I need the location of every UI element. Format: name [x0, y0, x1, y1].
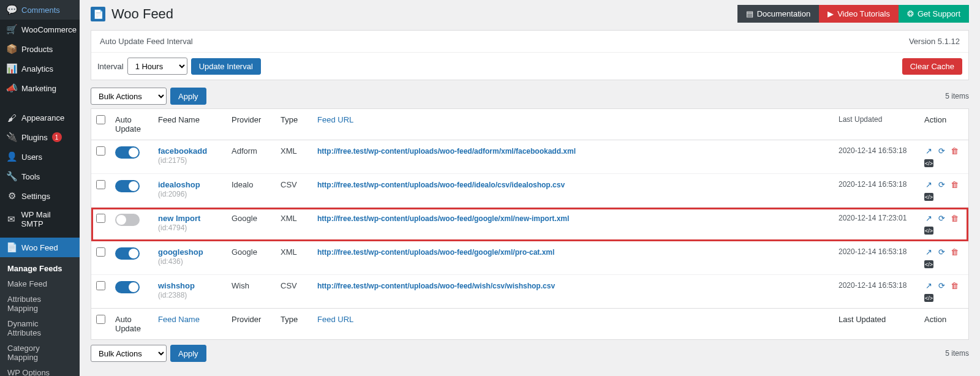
code-icon[interactable]: </>	[924, 260, 933, 268]
refresh-icon[interactable]: ⟳	[937, 214, 946, 223]
code-icon[interactable]: </>	[924, 294, 933, 302]
auto-update-toggle[interactable]	[115, 146, 140, 159]
sidebar-item-plugins[interactable]: 🔌Plugins1	[0, 127, 80, 147]
sidebar-item-tools[interactable]: 🔧Tools	[0, 167, 80, 186]
clear-cache-button[interactable]: Clear Cache	[902, 58, 962, 75]
column-type[interactable]: Type	[276, 109, 312, 140]
submenu-dynamic-attributes[interactable]: Dynamic Attributes	[0, 316, 80, 340]
sidebar-item-analytics[interactable]: 📊Analytics	[0, 59, 80, 78]
row-checkbox[interactable]	[96, 214, 105, 223]
table-row: googleshop (id:436)GoogleXMLhttp://free.…	[91, 241, 968, 275]
row-checkbox[interactable]	[96, 281, 105, 290]
sidebar-item-wp-mail-smtp[interactable]: ✉WP Mail SMTP	[0, 206, 80, 233]
delete-icon[interactable]: 🗑	[950, 146, 959, 156]
type-cell: XML	[276, 241, 312, 275]
row-checkbox[interactable]	[96, 180, 105, 189]
feed-url-link[interactable]: http://free.test/wp-content/uploads/woo-…	[317, 282, 555, 290]
refresh-icon[interactable]: ⟳	[937, 281, 946, 290]
column-type-foot[interactable]: Type	[276, 309, 312, 340]
feed-name-link[interactable]: facebookadd	[158, 146, 207, 156]
column-last-updated[interactable]: Last Updated	[834, 109, 919, 140]
sidebar-item-label: Plugins	[21, 133, 48, 142]
feed-url-link[interactable]: http://free.test/wp-content/uploads/woo-…	[317, 248, 554, 257]
auto-update-toggle[interactable]	[115, 281, 140, 293]
interval-select[interactable]: 1 Hours	[127, 58, 187, 75]
sidebar-item-settings[interactable]: ⚙Settings	[0, 186, 80, 206]
row-checkbox[interactable]	[96, 247, 105, 257]
sidebar-item-products[interactable]: 📦Products	[0, 39, 80, 59]
submenu-wp-options[interactable]: WP Options	[0, 365, 80, 376]
feed-name-link[interactable]: idealoshop	[158, 180, 200, 189]
submenu-attributes-mapping[interactable]: Attributes Mapping	[0, 291, 80, 316]
sidebar-item-woocommerce[interactable]: 🛒WooCommerce	[0, 20, 80, 39]
last-updated-cell: 2020-12-14 16:53:18	[834, 174, 919, 208]
auto-update-toggle[interactable]	[115, 180, 140, 192]
last-updated-cell: 2020-12-14 16:53:18	[834, 275, 919, 309]
provider-cell: Google	[227, 241, 276, 275]
open-icon[interactable]: ↗	[924, 281, 933, 290]
bulk-actions-select[interactable]: Bulk Actions	[91, 88, 167, 105]
version-text: Version 5.1.12	[909, 37, 960, 46]
refresh-icon[interactable]: ⟳	[937, 247, 946, 257]
sidebar-item-label: Marketing	[21, 84, 56, 93]
submenu-category-mapping[interactable]: Category Mapping	[0, 340, 80, 365]
column-auto-update-foot: Auto Update	[110, 309, 153, 340]
apply-button-bottom[interactable]: Apply	[170, 345, 206, 362]
select-all-checkbox-top[interactable]	[96, 115, 105, 124]
delete-icon[interactable]: 🗑	[950, 281, 959, 290]
items-count-top: 5 items	[945, 92, 969, 100]
submenu-make-feed[interactable]: Make Feed	[0, 276, 80, 291]
open-icon[interactable]: ↗	[924, 180, 933, 189]
documentation-label: Documentation	[757, 9, 810, 18]
feed-name-link[interactable]: new Import	[158, 214, 200, 223]
auto-update-toggle[interactable]	[115, 247, 140, 260]
column-action: Action	[919, 109, 968, 140]
row-checkbox[interactable]	[96, 146, 105, 156]
feed-url-link[interactable]: http://free.test/wp-content/uploads/woo-…	[317, 147, 576, 156]
code-icon[interactable]: </>	[924, 227, 933, 235]
video-tutorials-button[interactable]: ▶ Video Tutorials	[819, 5, 899, 23]
code-icon[interactable]: </>	[924, 193, 933, 201]
sidebar-item-woo-feed[interactable]: 📄Woo Feed	[0, 238, 80, 257]
sidebar-item-comments[interactable]: 💬Comments	[0, 0, 80, 20]
open-icon[interactable]: ↗	[924, 247, 933, 257]
refresh-icon[interactable]: ⟳	[937, 146, 946, 156]
settings-icon: ⚙	[6, 190, 17, 201]
sidebar-item-marketing[interactable]: 📣Marketing	[0, 78, 80, 98]
auto-update-toggle[interactable]	[115, 214, 140, 226]
refresh-icon[interactable]: ⟳	[937, 180, 946, 189]
open-icon[interactable]: ↗	[924, 146, 933, 156]
get-support-button[interactable]: ❂ Get Support	[899, 5, 969, 23]
sidebar-item-label: WooCommerce	[21, 25, 77, 34]
feed-url-link[interactable]: http://free.test/wp-content/uploads/woo-…	[317, 181, 565, 189]
bulk-actions-select-bottom[interactable]: Bulk Actions	[91, 345, 167, 362]
apply-button-top[interactable]: Apply	[170, 88, 206, 105]
column-provider-foot[interactable]: Provider	[227, 309, 276, 340]
column-feed-url[interactable]: Feed URL	[312, 109, 834, 140]
feed-url-link[interactable]: http://free.test/wp-content/uploads/woo-…	[317, 214, 569, 223]
delete-icon[interactable]: 🗑	[950, 214, 959, 223]
tools-icon: 🔧	[6, 171, 17, 182]
delete-icon[interactable]: 🗑	[950, 247, 959, 257]
table-row: wishshop (id:2388)WishCSVhttp://free.tes…	[91, 275, 968, 309]
feed-name-link[interactable]: wishshop	[158, 281, 195, 290]
column-feed-url-foot[interactable]: Feed URL	[312, 309, 834, 340]
feed-name-link[interactable]: googleshop	[158, 247, 203, 257]
open-icon[interactable]: ↗	[924, 214, 933, 223]
column-feed-name[interactable]: Feed Name	[153, 109, 227, 140]
submenu-manage-feeds[interactable]: Manage Feeds	[0, 261, 80, 276]
column-feed-name-foot[interactable]: Feed Name	[153, 309, 227, 340]
documentation-button[interactable]: ▤ Documentation	[737, 5, 819, 23]
sidebar-item-label: Products	[21, 45, 53, 54]
type-cell: CSV	[276, 275, 312, 309]
update-interval-button[interactable]: Update Interval	[191, 58, 261, 75]
sidebar-item-appearance[interactable]: 🖌Appearance	[0, 108, 80, 127]
select-all-checkbox-bottom[interactable]	[96, 315, 105, 324]
code-icon[interactable]: </>	[924, 159, 933, 167]
column-provider[interactable]: Provider	[227, 109, 276, 140]
sidebar-item-label: Appearance	[21, 113, 64, 122]
sidebar-item-users[interactable]: 👤Users	[0, 147, 80, 167]
delete-icon[interactable]: 🗑	[950, 180, 959, 189]
column-action-foot: Action	[919, 309, 968, 340]
column-last-updated-foot[interactable]: Last Updated	[834, 309, 919, 340]
